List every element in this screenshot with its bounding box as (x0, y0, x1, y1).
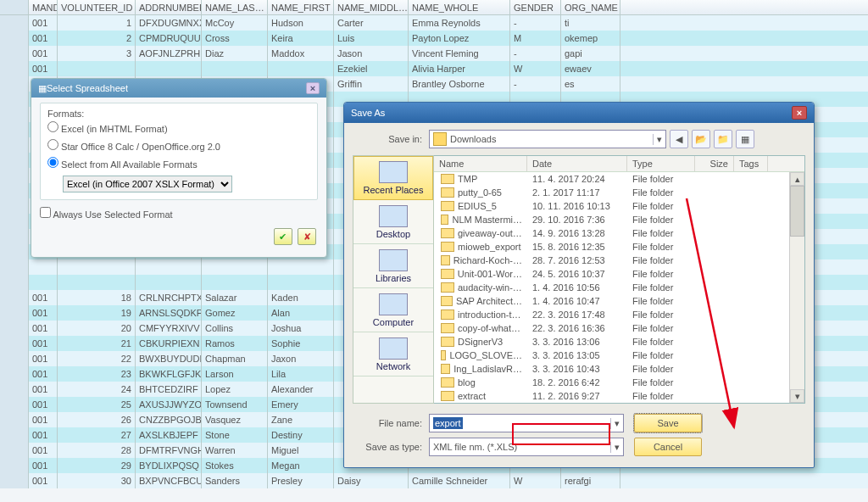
select-spreadsheet-dialog: ▦ Select Spreadsheet × Formats: Excel (i… (31, 78, 327, 258)
grid-hdr-volid[interactable]: VOLUNTEER_ID (58, 0, 136, 14)
grid-hdr-middle[interactable]: NAME_MIDDL… (334, 0, 409, 14)
file-row[interactable]: blog18. 2. 2016 6:42File folder (434, 376, 804, 389)
places-bar: Recent PlacesDesktopLibrariesComputerNet… (353, 155, 434, 404)
savein-combo[interactable]: Downloads ▾ (429, 130, 666, 148)
chevron-down-icon[interactable]: ▾ (610, 442, 620, 453)
place-recent-places[interactable]: Recent Places (353, 156, 433, 200)
savein-label: Save in: (353, 134, 429, 144)
table-row[interactable]: 00130BXPVNCFBCUSandersPresleyDaisyCamill… (0, 473, 868, 488)
filename-input[interactable]: export ▾ (429, 414, 624, 432)
file-row[interactable]: NLM Mastermi…29. 10. 2016 7:36File folde… (434, 213, 804, 226)
table-row[interactable]: 0013AOFJNLZPRHDiazMaddoxJasonVincent Fle… (0, 46, 868, 61)
table-row[interactable]: 001EzekielAlivia HarperWewaev (0, 61, 868, 76)
scrollbar[interactable]: ▴ ▾ (789, 172, 804, 403)
back-button[interactable]: ◀ (670, 130, 688, 148)
scroll-up-icon[interactable]: ▴ (790, 172, 804, 186)
filename-label: File name: (353, 418, 429, 428)
file-row[interactable]: SAP Architect…1. 4. 2016 10:47File folde… (434, 294, 804, 308)
opt-staroffice[interactable]: Star Office 8 Calc / OpenOffice.org 2.0 (47, 137, 310, 154)
file-row[interactable]: TMP11. 4. 2017 20:24File folder (434, 172, 804, 186)
savetype-label: Save as type: (353, 442, 429, 452)
doc-icon: ▦ (38, 83, 47, 94)
opt-all-formats[interactable]: Select from All Available Formats (47, 154, 310, 172)
savetype-combo[interactable]: XML file nm. (*.XLS) ▾ (429, 438, 624, 456)
ss-title: Select Spreadsheet (47, 83, 128, 93)
views-button[interactable]: ▦ (736, 130, 754, 148)
place-desktop[interactable]: Desktop (353, 200, 433, 244)
cancel-button[interactable]: Cancel (634, 438, 702, 456)
savein-value: Downloads (450, 134, 496, 144)
format-select[interactable]: Excel (in Office 2007 XSLX Format) (63, 176, 232, 192)
place-network[interactable]: Network (353, 332, 433, 376)
grid-hdr-mand[interactable]: MAND… (29, 0, 58, 14)
up-button[interactable]: 📂 (692, 130, 710, 148)
file-row[interactable]: mioweb_export15. 8. 2016 12:35File folde… (434, 240, 804, 254)
file-row[interactable]: LOGO_SLOVE…3. 3. 2016 13:05File folder (434, 349, 804, 362)
col-name[interactable]: Name (434, 156, 527, 171)
newfolder-button[interactable]: 📁 (714, 130, 732, 148)
file-row[interactable]: Ing_LadislavR…3. 3. 2016 10:43File folde… (434, 362, 804, 376)
table-row[interactable]: 0011DFXDUGMNXXMcCoyHudsonCarterEmma Reyn… (0, 15, 868, 31)
chevron-down-icon[interactable]: ▾ (610, 418, 620, 429)
save-title: Save As (351, 108, 385, 118)
file-row[interactable]: putty_0-652. 1. 2017 11:17File folder (434, 186, 804, 199)
file-row[interactable]: DSignerV33. 3. 2016 13:06File folder (434, 335, 804, 349)
folder-icon (433, 132, 447, 146)
col-tags[interactable]: Tags (734, 156, 768, 171)
file-row[interactable]: extract11. 2. 2016 9:27File folder (434, 389, 804, 403)
file-row[interactable]: audacity-win-…1. 4. 2016 10:56File folde… (434, 281, 804, 294)
grid-hdr-org[interactable]: ORG_NAME (561, 0, 620, 14)
col-date[interactable]: Date (527, 156, 627, 171)
place-libraries[interactable]: Libraries (353, 244, 433, 288)
chevron-down-icon: ▾ (653, 134, 662, 145)
file-row[interactable]: Unit-001-Wor…24. 5. 2016 10:37File folde… (434, 267, 804, 281)
opt-mhtml[interactable]: Excel (in MHTML Format) (47, 119, 310, 137)
grid-hdr-first[interactable]: NAME_FIRST (268, 0, 334, 14)
file-list[interactable]: Name Date Type Size Tags TMP11. 4. 2017 … (434, 155, 805, 404)
close-icon[interactable]: × (306, 82, 320, 94)
close-icon[interactable]: × (792, 106, 807, 120)
col-type[interactable]: Type (627, 156, 695, 171)
formats-label: Formats: (47, 109, 84, 119)
cancel-button[interactable]: ✘ (298, 228, 316, 245)
scroll-down-icon[interactable]: ▾ (790, 389, 804, 403)
file-row[interactable]: Richard-Koch-…28. 7. 2016 12:53File fold… (434, 254, 804, 267)
place-computer[interactable]: Computer (353, 288, 433, 332)
grid-hdr-last[interactable]: NAME_LAS… (202, 0, 268, 14)
col-size[interactable]: Size (695, 156, 734, 171)
grid-header[interactable]: MAND… VOLUNTEER_ID ADDRNUMBER NAME_LAS… … (0, 0, 868, 15)
file-row[interactable]: copy-of-what…22. 3. 2016 16:36File folde… (434, 321, 804, 335)
always-use-checkbox[interactable]: Always Use Selected Format (40, 209, 173, 220)
save-as-dialog: Save As × Save in: Downloads ▾ ◀ 📂 📁 ▦ R… (343, 102, 815, 468)
file-row[interactable]: introduction-t…22. 3. 2016 17:48File fol… (434, 308, 804, 321)
grid-hdr-gender[interactable]: GENDER (510, 0, 561, 14)
table-row[interactable]: 0012CPMDRUQUUVCrossKeiraLuisPayton Lopez… (0, 31, 868, 46)
file-row[interactable]: giveaway-out…14. 9. 2016 13:28File folde… (434, 226, 804, 240)
grid-hdr-addr[interactable]: ADDRNUMBER (136, 0, 202, 14)
grid-hdr-whole[interactable]: NAME_WHOLE (409, 0, 510, 14)
save-button[interactable]: Save (634, 414, 702, 432)
grid-hdr-sel[interactable] (0, 0, 29, 14)
file-list-header[interactable]: Name Date Type Size Tags (434, 156, 804, 172)
ok-button[interactable]: ✔ (274, 228, 292, 245)
scroll-thumb[interactable] (790, 186, 804, 237)
file-row[interactable]: EDIUS_510. 11. 2016 10:13File folder (434, 199, 804, 213)
